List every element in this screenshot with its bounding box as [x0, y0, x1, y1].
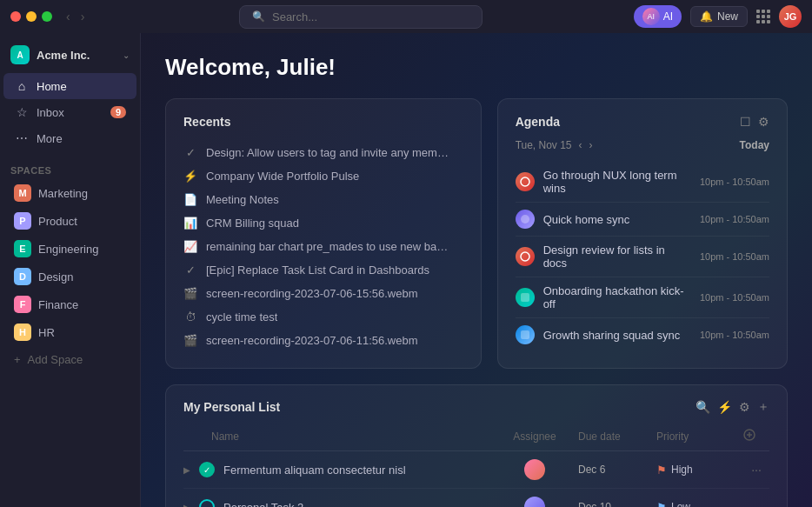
recent-icon-6: 🎬 [183, 287, 197, 300]
list-settings-icon[interactable]: ⚙ [739, 400, 750, 414]
recent-item-6[interactable]: 🎬 screen-recording-2023-07-06-15:56.webm [183, 282, 463, 305]
col-assignee-header: Assignee [491, 430, 578, 443]
agenda-event-4[interactable]: Growth sharing squad sync 10pm - 10:50am [516, 318, 769, 351]
task-row-1[interactable]: ▶ Personal Task 2 Dec 10 ⚑ Low ··· [183, 489, 769, 507]
task-more-0[interactable]: ··· [743, 463, 769, 477]
agenda-today-button[interactable]: Today [740, 139, 769, 151]
agenda-settings-icon[interactable]: ⚙ [758, 115, 769, 129]
workspace-chevron-icon: ⌄ [123, 50, 130, 60]
event-icon-2 [516, 247, 535, 266]
event-title-1: Quick home sync [543, 213, 691, 226]
task-expand-1[interactable]: ▶ [183, 503, 196, 508]
bell-icon: 🔔 [700, 10, 713, 23]
recent-text-3: CRM Billing squad [206, 217, 299, 230]
finance-space-icon: F [14, 296, 31, 313]
list-filter-icon[interactable]: ⚡ [717, 400, 732, 414]
agenda-card: Agenda ☐ ⚙ Tue, Nov 15 ‹ › Today [497, 98, 788, 369]
sidebar-item-more[interactable]: ⋯ More [3, 125, 136, 151]
sidebar-item-engineering[interactable]: E Engineering [3, 235, 136, 263]
sidebar-item-hr[interactable]: H HR [3, 318, 136, 346]
user-avatar[interactable]: JG [779, 5, 802, 28]
sidebar-item-marketing[interactable]: M Marketing [3, 179, 136, 207]
recent-icon-8: 🎬 [183, 334, 197, 347]
recent-item-5[interactable]: ✓ [Epic] Replace Task List Card in Dashb… [183, 258, 463, 282]
ai-avatar-icon: AI [642, 8, 660, 25]
event-icon-4 [516, 325, 535, 344]
search-bar[interactable]: 🔍 [239, 5, 483, 29]
priority-label-0: High [671, 464, 693, 476]
recent-item-4[interactable]: 📈 remaining bar chart pre_mades to use n… [183, 235, 463, 258]
task-more-1[interactable]: ··· [743, 500, 769, 507]
workspace-icon: A [10, 45, 30, 64]
agenda-date-row: Tue, Nov 15 ‹ › Today [516, 139, 769, 151]
recent-icon-3: 📊 [183, 217, 197, 230]
list-add-icon[interactable]: ＋ [757, 399, 769, 415]
nav-arrows: ‹ › [63, 8, 88, 25]
sidebar-item-product[interactable]: P Product [3, 207, 136, 235]
agenda-event-3[interactable]: Onboarding hackathon kick-off 10pm - 10:… [516, 277, 769, 318]
agenda-event-1[interactable]: Quick home sync 10pm - 10:50am [516, 203, 769, 237]
main-content: Welcome, Julie! Recents ✓ Design: Allow … [141, 33, 812, 507]
svg-point-1 [521, 215, 529, 223]
sidebar-item-home[interactable]: ⌂ Home [3, 73, 136, 99]
close-dot[interactable] [10, 11, 21, 22]
agenda-event-2[interactable]: Design review for lists in docs 10pm - 1… [516, 237, 769, 277]
sidebar-item-design[interactable]: D Design [3, 263, 136, 290]
back-arrow[interactable]: ‹ [63, 8, 74, 25]
workspace-header[interactable]: A Acme Inc. ⌄ [0, 40, 140, 73]
main-layout: A Acme Inc. ⌄ ⌂ Home ☆ Inbox 9 ⋯ More Sp… [0, 33, 812, 507]
personal-list-section: My Personal List 🔍 ⚡ ⚙ ＋ Name Assignee D… [165, 384, 788, 507]
maximize-dot[interactable] [42, 11, 52, 22]
recent-item-2[interactable]: 📄 Meeting Notes [183, 188, 463, 211]
ai-label: AI [663, 10, 673, 23]
ai-button[interactable]: AI AI [634, 5, 682, 28]
agenda-event-0[interactable]: Go through NUX long term wins 10pm - 10:… [516, 162, 769, 203]
product-space-icon: P [14, 212, 31, 230]
add-space-button[interactable]: + Add Space [3, 348, 136, 371]
add-space-icon: + [14, 353, 21, 366]
recent-item-7[interactable]: ⏱ cycle time test [183, 305, 463, 329]
recent-item-1[interactable]: ⚡ Company Wide Portfolio Pulse [183, 164, 463, 188]
design-space-icon: D [14, 268, 31, 285]
agenda-title: Agenda [516, 115, 560, 129]
minimize-dot[interactable] [26, 11, 37, 22]
inbox-badge: 9 [110, 106, 126, 118]
marketing-label: Marketing [38, 187, 88, 200]
recent-icon-4: 📈 [183, 240, 197, 253]
task-priority-1: ⚑ Low [656, 501, 743, 508]
agenda-calendar-icon[interactable]: ☐ [740, 115, 751, 129]
sidebar-item-home-label: Home [37, 80, 67, 93]
hr-label: HR [38, 326, 55, 339]
sidebar-item-more-label: More [37, 132, 63, 145]
welcome-title: Welcome, Julie! [165, 54, 788, 81]
list-table-header: Name Assignee Due date Priority [183, 425, 769, 451]
new-button[interactable]: 🔔 New [690, 6, 748, 27]
col-more-header [743, 429, 769, 444]
col-priority-header: Priority [656, 430, 743, 443]
agenda-prev-button[interactable]: ‹ [579, 139, 582, 151]
recent-text-6: screen-recording-2023-07-06-15:56.webm [206, 287, 418, 300]
event-time-0: 10pm - 10:50am [700, 177, 769, 187]
forward-arrow[interactable]: › [77, 8, 89, 25]
recent-icon-7: ⏱ [183, 310, 197, 324]
sidebar-item-inbox[interactable]: ☆ Inbox 9 [3, 99, 136, 125]
svg-rect-3 [521, 293, 529, 302]
recent-item-0[interactable]: ✓ Design: Allow users to tag and invite … [183, 141, 463, 164]
assignee-avatar-1 [524, 497, 545, 507]
window-controls [10, 11, 52, 22]
search-input[interactable] [272, 10, 469, 23]
list-header: My Personal List 🔍 ⚡ ⚙ ＋ [183, 399, 769, 415]
apps-grid-icon[interactable] [756, 10, 770, 23]
task-assignee-1 [491, 497, 578, 507]
recent-item-3[interactable]: 📊 CRM Billing squad [183, 211, 463, 235]
new-button-label: New [717, 10, 738, 23]
task-row-0[interactable]: ▶ ✓ Fermentum aliquam consectetur nisl D… [183, 451, 769, 489]
task-expand-0[interactable]: ▶ [183, 465, 196, 475]
recent-item-8[interactable]: 🎬 screen-recording-2023-07-06-11:56.webm [183, 329, 463, 352]
hr-space-icon: H [14, 324, 31, 341]
agenda-next-button[interactable]: › [589, 139, 593, 151]
list-search-icon[interactable]: 🔍 [696, 400, 710, 414]
more-icon: ⋯ [14, 131, 30, 145]
agenda-header-icons: ☐ ⚙ [740, 115, 769, 129]
sidebar-item-finance[interactable]: F Finance [3, 290, 136, 318]
